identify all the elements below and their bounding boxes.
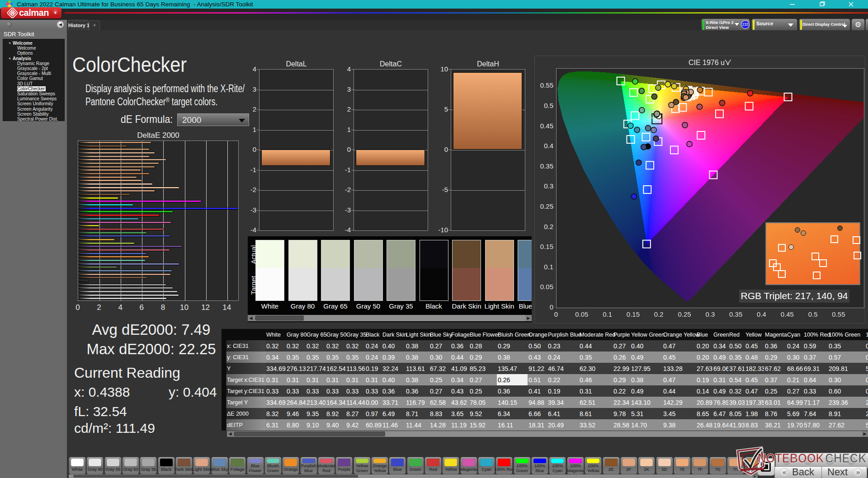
svg-text:NOTEBOOK: NOTEBOOK — [758, 451, 824, 465]
svg-text:CHECK: CHECK — [825, 451, 867, 465]
